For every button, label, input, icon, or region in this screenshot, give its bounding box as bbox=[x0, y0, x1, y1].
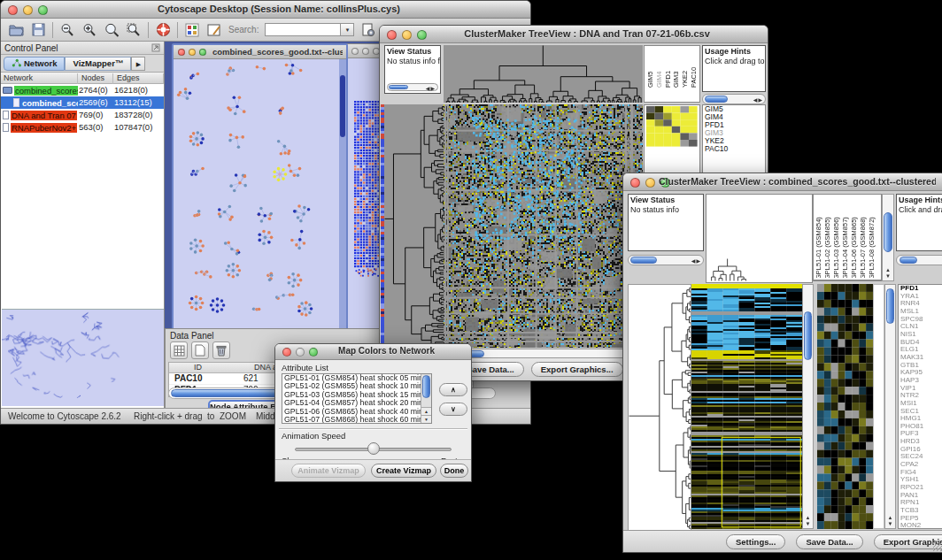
minimize-icon[interactable] bbox=[645, 178, 655, 188]
col-edges[interactable]: Edges bbox=[114, 73, 164, 84]
network-frame-1[interactable]: combined_scores_good.txt--cluste... bbox=[172, 43, 348, 330]
minimize-icon[interactable] bbox=[23, 5, 33, 15]
close-icon[interactable] bbox=[630, 178, 640, 188]
array-header-vscrollbar[interactable]: ▲▼ bbox=[882, 194, 894, 281]
row-dendrogram[interactable] bbox=[384, 104, 444, 348]
move-down-button[interactable]: ∨ bbox=[439, 403, 467, 416]
treeview-button[interactable]: Export Graphics... bbox=[874, 534, 942, 549]
scroll-thumb[interactable] bbox=[900, 257, 917, 264]
global-heatmap[interactable] bbox=[444, 104, 643, 348]
zoom-heatmap[interactable] bbox=[646, 106, 698, 147]
search-dropdown-icon[interactable]: ▼ bbox=[341, 23, 354, 36]
scroll-arrows-icon[interactable]: ▲▼ bbox=[883, 267, 893, 280]
column-label[interactable]: GIM5 bbox=[646, 47, 655, 88]
view-status-hscrollbar[interactable]: ◀▶ bbox=[628, 255, 704, 265]
scroll-arrows-icon[interactable]: ◀▶ bbox=[753, 96, 763, 103]
usage-hints-hscrollbar[interactable]: ◀▶ bbox=[702, 94, 766, 104]
open-file-icon[interactable] bbox=[8, 22, 24, 38]
animate-vizmap-button[interactable]: Animate Vizmap bbox=[291, 464, 366, 478]
cytoscape-titlebar[interactable]: Cytoscape Desktop (Session Name: collins… bbox=[1, 1, 530, 19]
close-icon[interactable] bbox=[351, 48, 359, 55]
column-dendrogram[interactable] bbox=[706, 194, 813, 283]
col-network[interactable]: Network bbox=[1, 73, 78, 84]
usage-hints-hscrollbar[interactable] bbox=[896, 255, 942, 265]
tab-vizmapper[interactable]: VizMapper™ bbox=[65, 57, 131, 71]
zoom-out-icon[interactable] bbox=[59, 22, 75, 38]
treeview-button[interactable]: Settings... bbox=[726, 534, 785, 549]
column-label[interactable]: GIM4 bbox=[655, 47, 664, 88]
gene-label[interactable]: MON2 bbox=[899, 522, 942, 529]
slider-thumb[interactable] bbox=[367, 442, 380, 455]
new-attribute-icon[interactable] bbox=[191, 341, 209, 359]
network-vscrollbar[interactable] bbox=[339, 59, 346, 328]
array-label[interactable]: GPL51-04 (GSM857) bbox=[841, 196, 850, 278]
scroll-down-icon[interactable]: ▼ bbox=[421, 415, 431, 423]
scroll-arrows-icon[interactable]: ◀▶ bbox=[691, 257, 701, 264]
row-label[interactable]: PAC10 bbox=[703, 145, 765, 153]
zoom-heatmap[interactable] bbox=[817, 284, 873, 529]
minimize-icon[interactable] bbox=[296, 348, 305, 357]
scroll-thumb[interactable] bbox=[389, 85, 408, 89]
birdseye-view[interactable] bbox=[2, 309, 164, 406]
save-icon[interactable] bbox=[30, 22, 46, 38]
column-dendrogram[interactable] bbox=[444, 45, 643, 103]
col-id[interactable]: ID bbox=[194, 363, 202, 372]
attribute-select-icon[interactable] bbox=[170, 341, 188, 359]
create-vizmap-button[interactable]: Create Vizmap bbox=[371, 464, 436, 478]
scroll-thumb[interactable] bbox=[422, 375, 430, 398]
treeview-button[interactable]: Export Graphics... bbox=[531, 362, 623, 377]
treeview2-titlebar[interactable]: ClusterMaker TreeView : combined_scores_… bbox=[623, 173, 942, 191]
delete-attribute-icon[interactable] bbox=[212, 341, 230, 359]
treeview-button[interactable]: Save Data... bbox=[796, 534, 862, 549]
tab-network[interactable]: Network bbox=[4, 57, 65, 71]
zoom-selected-icon[interactable] bbox=[104, 22, 120, 38]
tabs-overflow-button[interactable]: ▶ bbox=[131, 57, 145, 71]
zoom-vscrollbar[interactable]: ▲▼ bbox=[884, 284, 896, 529]
global-heatmap[interactable] bbox=[691, 284, 802, 529]
network-row[interactable]: DNA and Tran 07 769(0) 183728(0) bbox=[1, 109, 164, 121]
zoom-fit-icon[interactable] bbox=[126, 22, 142, 38]
attribute-list-vscrollbar[interactable]: ▲ ▼ bbox=[421, 374, 431, 423]
network-row[interactable]: combined_sco 2569(6) 13112(15) bbox=[1, 96, 164, 109]
attribute-item[interactable]: GPL51-07 (GSM868) heat shock 60 min bbox=[282, 416, 431, 424]
column-label[interactable]: PFD1 bbox=[664, 47, 673, 88]
help-lifering-icon[interactable] bbox=[155, 22, 171, 38]
heatmap-vscrollbar[interactable]: ▲▼ bbox=[802, 284, 814, 529]
move-up-button[interactable]: ∧ bbox=[439, 383, 467, 396]
row-dendrogram[interactable] bbox=[628, 284, 691, 531]
network-row[interactable]: RNAPuberNov2+ 563(0) 107847(0) bbox=[1, 121, 164, 134]
array-label[interactable]: GPL51-03 (GSM856) bbox=[832, 196, 841, 278]
col-nodes[interactable]: Nodes bbox=[79, 73, 113, 84]
scroll-thumb[interactable] bbox=[884, 212, 892, 252]
annotation-icon[interactable] bbox=[206, 22, 222, 38]
scroll-arrows-icon[interactable]: ◀▶ bbox=[426, 85, 436, 91]
vizmapper-icon[interactable] bbox=[184, 22, 200, 38]
view-status-hscrollbar[interactable]: ◀▶ bbox=[387, 83, 438, 91]
array-label[interactable]: GPL51-07 (GSM868) bbox=[859, 196, 868, 278]
column-label[interactable]: PAC10 bbox=[690, 47, 699, 88]
close-icon[interactable] bbox=[282, 348, 291, 357]
scroll-thumb[interactable] bbox=[804, 311, 812, 360]
scroll-thumb[interactable] bbox=[340, 75, 345, 137]
network-frame-1-titlebar[interactable]: combined_scores_good.txt--cluste... bbox=[174, 45, 346, 59]
scroll-thumb[interactable] bbox=[705, 96, 728, 103]
array-label[interactable]: GPL51-02 (GSM855) bbox=[823, 196, 832, 278]
done-button[interactable]: Done bbox=[440, 464, 468, 478]
float-panel-icon[interactable] bbox=[151, 43, 160, 52]
scroll-thumb[interactable] bbox=[630, 257, 657, 264]
minimize-icon[interactable] bbox=[189, 49, 196, 56]
scroll-up-icon[interactable]: ▲ bbox=[421, 407, 431, 415]
zoom-in-icon[interactable] bbox=[81, 22, 97, 38]
scroll-arrows-icon[interactable]: ▲▼ bbox=[885, 515, 895, 527]
treeview1-titlebar[interactable]: ClusterMaker TreeView : DNA and Tran 07-… bbox=[380, 26, 768, 43]
minimize-icon[interactable] bbox=[402, 30, 412, 40]
close-icon[interactable] bbox=[387, 30, 397, 40]
scroll-arrows-icon[interactable]: ▲▼ bbox=[803, 515, 813, 527]
minimize-icon[interactable] bbox=[362, 48, 369, 55]
network-row[interactable]: combined_scores 2764(0) 16218(0) bbox=[1, 84, 164, 96]
array-label[interactable]: GPL51-01 (GSM854) bbox=[815, 196, 823, 278]
dialog-titlebar[interactable]: Map Colors to Network bbox=[275, 344, 471, 360]
array-label[interactable]: GPL51-06 (GSM865) bbox=[850, 196, 859, 278]
column-label[interactable]: YKE2 bbox=[681, 47, 690, 88]
network-canvas[interactable] bbox=[174, 59, 339, 328]
